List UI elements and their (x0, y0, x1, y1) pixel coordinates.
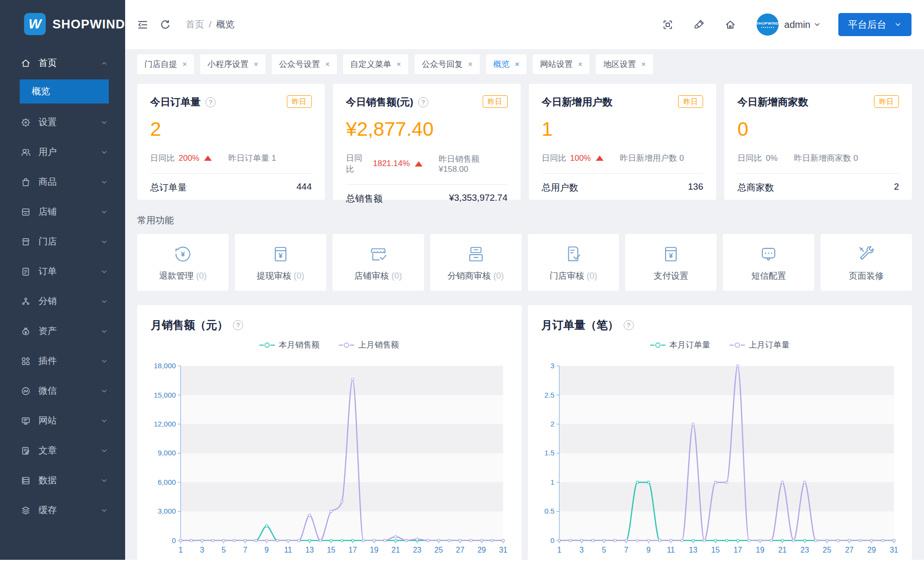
sidebar-item-home[interactable]: 首页 (0, 48, 125, 78)
svg-text:0: 0 (172, 536, 176, 544)
sidebar-item-data[interactable]: 数据 (0, 465, 125, 495)
stat-value: ¥2,877.40 (346, 119, 508, 139)
assets-icon (20, 326, 31, 337)
tab-item[interactable]: 自定义菜单 (343, 54, 408, 74)
svg-text:3: 3 (579, 546, 584, 554)
quick-action-distributor-audit[interactable]: 分销商审核(0) (430, 234, 522, 291)
theme-brush-icon[interactable] (693, 19, 705, 31)
stat-card-sales: 今日销售额(元) 昨日 ¥2,877.40 日同比 1821.14% 昨日销售额… (333, 84, 521, 200)
tab-item[interactable]: 地区设置 (596, 54, 653, 74)
logo[interactable]: W SHOPWIND (0, 0, 125, 48)
quick-action-shop-audit[interactable]: 店铺审核(0) (333, 234, 424, 291)
chevron-down-icon (101, 268, 108, 275)
sidebar-item-gear[interactable]: 设置 (0, 107, 125, 137)
close-icon[interactable] (325, 60, 330, 69)
stat-title: 今日新增商家数 (737, 95, 808, 109)
legend-item[interactable]: 本月订单量 (650, 339, 710, 350)
svg-text:¥: ¥ (181, 250, 185, 258)
goods-icon (20, 177, 31, 188)
help-icon[interactable] (624, 320, 634, 330)
legend-item[interactable]: 本月销售额 (259, 339, 320, 350)
tab-item[interactable]: 网站设置 (533, 54, 590, 74)
home-icon[interactable] (724, 19, 736, 31)
line-chart-monthly-orders: 00.511.522.53135791113151719212325272931 (539, 361, 901, 557)
svg-text:1: 1 (550, 478, 554, 486)
shop-audit-icon (367, 243, 389, 265)
help-icon[interactable] (205, 97, 216, 107)
svg-text:15: 15 (711, 546, 719, 554)
tab-item[interactable]: 公众号设置 (272, 54, 337, 74)
store-audit-icon (562, 243, 584, 265)
stat-value: 2 (150, 119, 312, 139)
sidebar-item-wechat[interactable]: 微信 (0, 376, 125, 406)
tab-item[interactable]: 小程序设置 (200, 54, 265, 74)
workspace-button[interactable]: 平台后台 (838, 13, 911, 36)
quick-action-refund[interactable]: ¥退款管理(0) (137, 234, 229, 291)
legend-item[interactable]: 上月销售额 (339, 339, 399, 350)
sidebar-item-article[interactable]: 文章 (0, 436, 125, 465)
chevron-down-icon (101, 328, 108, 335)
close-icon[interactable] (254, 60, 258, 69)
sidebar-item-distribution[interactable]: 分销 (0, 286, 125, 316)
sidebar-item-assets[interactable]: 资产 (0, 316, 125, 346)
help-icon[interactable] (233, 320, 243, 330)
sidebar-item-storefront[interactable]: 门店 (0, 227, 125, 257)
logo-icon: W (24, 13, 46, 35)
tab-bar: 门店自提小程序设置公众号设置自定义菜单公众号回复概览网站设置地区设置 (125, 49, 924, 74)
refresh-icon[interactable] (159, 19, 171, 31)
close-icon[interactable] (468, 60, 472, 69)
svg-text:5: 5 (602, 546, 606, 554)
tab-item[interactable]: 门店自提 (137, 54, 194, 74)
quick-action-payment[interactable]: ¥支付设置 (625, 234, 717, 291)
avatar[interactable]: SHOPWIND (757, 13, 779, 36)
payment-icon: ¥ (660, 243, 682, 265)
yesterday-text: 昨日新增用户数 0 (620, 153, 684, 164)
distribution-icon (20, 296, 31, 307)
total-value: ¥3,353,972.74 (449, 193, 508, 205)
sidebar-item-goods[interactable]: 商品 (0, 167, 125, 197)
breadcrumb-home[interactable]: 首页 (186, 18, 204, 31)
quick-action-store-audit[interactable]: 门店审核(0) (528, 234, 619, 291)
close-icon[interactable] (397, 60, 401, 69)
close-icon[interactable] (182, 60, 187, 69)
sidebar-item-plugin[interactable]: 插件 (0, 346, 125, 376)
compare-value: 100% (570, 154, 591, 163)
quick-actions-row: ¥退款管理(0)¥提现审核(0)店铺审核(0)分销商审核(0)门店审核(0)¥支… (137, 234, 912, 291)
chevron-down-icon[interactable] (813, 21, 821, 28)
tab-item[interactable]: 公众号回复 (414, 54, 479, 74)
fullscreen-icon[interactable] (662, 19, 674, 31)
sidebar-item-cache[interactable]: 缓存 (0, 495, 125, 525)
quick-action-decorate[interactable]: 页面装修 (821, 234, 912, 291)
sidebar-item-website[interactable]: 网站 (0, 406, 125, 436)
quick-action-withdraw[interactable]: ¥提现审核(0) (235, 234, 326, 291)
close-icon[interactable] (515, 60, 519, 69)
chart-title: 月订单量（笔） (541, 318, 619, 333)
close-icon[interactable] (578, 60, 582, 69)
menu-fold-icon[interactable] (137, 19, 149, 31)
svg-text:3: 3 (200, 546, 205, 554)
close-icon[interactable] (641, 60, 645, 69)
svg-text:6,000: 6,000 (158, 478, 176, 486)
svg-text:21: 21 (391, 546, 400, 554)
tab-item[interactable]: 概览 (486, 54, 526, 74)
chevron-down-icon (101, 298, 108, 305)
sidebar-item-users[interactable]: 用户 (0, 137, 125, 167)
svg-text:¥: ¥ (669, 251, 673, 259)
quick-action-sms[interactable]: 短信配置 (723, 234, 814, 291)
legend-item[interactable]: 上月订单量 (730, 339, 790, 350)
compare-value: 0% (766, 154, 778, 163)
sidebar-subitem-overview[interactable]: 概览 (20, 79, 109, 103)
stat-value: 0 (737, 119, 899, 139)
sidebar-item-shop[interactable]: 店铺 (0, 197, 125, 227)
compare-value: 200% (179, 154, 199, 163)
help-icon[interactable] (418, 97, 428, 107)
chevron-down-icon (101, 208, 108, 216)
username[interactable]: admin (784, 19, 810, 30)
svg-text:31: 31 (889, 546, 898, 554)
sidebar-menu: 首页概览设置用户商品店铺门店订单分销资产插件微信网站文章数据缓存 (0, 48, 125, 560)
svg-text:25: 25 (822, 546, 831, 554)
sidebar-item-order[interactable]: 订单 (0, 257, 125, 286)
svg-text:3: 3 (550, 361, 554, 370)
chart-title: 月销售额（元） (151, 318, 228, 333)
svg-text:29: 29 (477, 546, 486, 554)
